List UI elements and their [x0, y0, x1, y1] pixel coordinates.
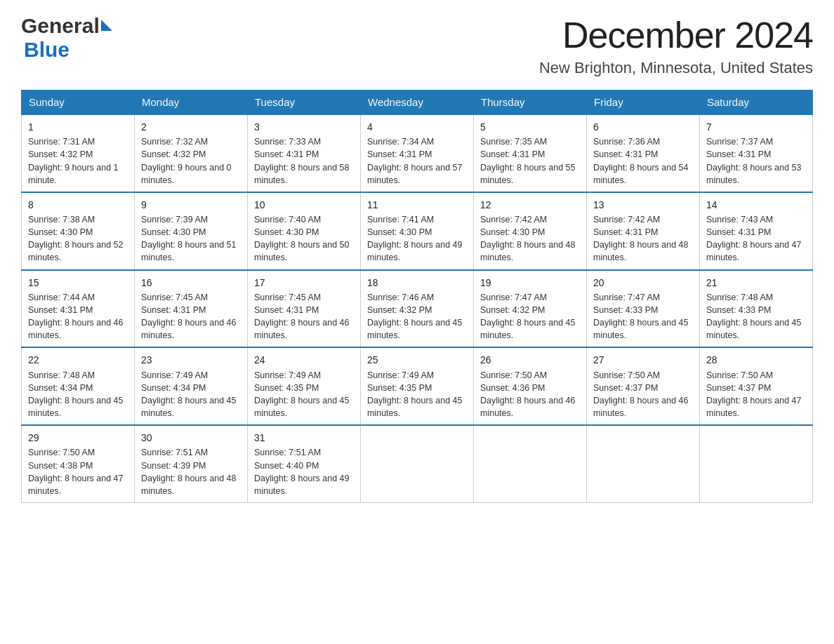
calendar-week-row: 22Sunrise: 7:48 AMSunset: 4:34 PMDayligh… — [22, 347, 813, 425]
day-number: 26 — [480, 353, 580, 367]
calendar-day-cell: 25Sunrise: 7:49 AMSunset: 4:35 PMDayligh… — [361, 347, 474, 425]
calendar-day-cell: 26Sunrise: 7:50 AMSunset: 4:36 PMDayligh… — [474, 347, 587, 425]
calendar-day-cell: 14Sunrise: 7:43 AMSunset: 4:31 PMDayligh… — [700, 192, 813, 270]
day-number: 7 — [706, 120, 806, 134]
day-number: 25 — [367, 353, 467, 367]
calendar-day-cell: 23Sunrise: 7:49 AMSunset: 4:34 PMDayligh… — [135, 347, 248, 425]
day-number: 4 — [367, 120, 467, 134]
day-number: 22 — [28, 353, 128, 367]
calendar-day-cell: 24Sunrise: 7:49 AMSunset: 4:35 PMDayligh… — [248, 347, 361, 425]
calendar-day-cell: 1Sunrise: 7:31 AMSunset: 4:32 PMDaylight… — [22, 114, 135, 192]
calendar-day-cell: 22Sunrise: 7:48 AMSunset: 4:34 PMDayligh… — [22, 347, 135, 425]
calendar-day-cell — [700, 425, 813, 502]
day-number: 5 — [480, 120, 580, 134]
calendar-day-cell: 13Sunrise: 7:42 AMSunset: 4:31 PMDayligh… — [587, 192, 700, 270]
calendar-day-cell: 31Sunrise: 7:51 AMSunset: 4:40 PMDayligh… — [248, 425, 361, 502]
logo-triangle-icon — [101, 20, 112, 31]
day-number: 15 — [28, 276, 128, 290]
day-number: 21 — [706, 276, 806, 290]
day-number: 2 — [141, 120, 241, 134]
day-number: 1 — [28, 120, 128, 134]
calendar-header-row: SundayMondayTuesdayWednesdayThursdayFrid… — [22, 90, 813, 115]
day-number: 19 — [480, 276, 580, 290]
calendar-week-row: 29Sunrise: 7:50 AMSunset: 4:38 PMDayligh… — [22, 425, 813, 502]
calendar-day-cell: 2Sunrise: 7:32 AMSunset: 4:32 PMDaylight… — [135, 114, 248, 192]
page-subtitle: New Brighton, Minnesota, United States — [539, 59, 813, 77]
calendar-day-header: Monday — [135, 90, 248, 115]
day-number: 27 — [593, 353, 693, 367]
calendar-day-cell: 10Sunrise: 7:40 AMSunset: 4:30 PMDayligh… — [248, 192, 361, 270]
calendar-day-cell — [361, 425, 474, 502]
calendar-table: SundayMondayTuesdayWednesdayThursdayFrid… — [21, 90, 813, 503]
calendar-day-header: Tuesday — [248, 90, 361, 115]
calendar-day-cell: 16Sunrise: 7:45 AMSunset: 4:31 PMDayligh… — [135, 270, 248, 348]
calendar-day-cell: 12Sunrise: 7:42 AMSunset: 4:30 PMDayligh… — [474, 192, 587, 270]
day-number: 10 — [254, 198, 354, 212]
calendar-week-row: 1Sunrise: 7:31 AMSunset: 4:32 PMDaylight… — [22, 114, 813, 192]
day-number: 3 — [254, 120, 354, 134]
calendar-day-cell: 7Sunrise: 7:37 AMSunset: 4:31 PMDaylight… — [700, 114, 813, 192]
calendar-day-cell: 28Sunrise: 7:50 AMSunset: 4:37 PMDayligh… — [700, 347, 813, 425]
day-number: 29 — [28, 431, 128, 445]
calendar-day-cell: 20Sunrise: 7:47 AMSunset: 4:33 PMDayligh… — [587, 270, 700, 348]
calendar-day-cell: 15Sunrise: 7:44 AMSunset: 4:31 PMDayligh… — [22, 270, 135, 348]
calendar-day-cell: 17Sunrise: 7:45 AMSunset: 4:31 PMDayligh… — [248, 270, 361, 348]
calendar-day-header: Thursday — [474, 90, 587, 115]
calendar-week-row: 15Sunrise: 7:44 AMSunset: 4:31 PMDayligh… — [22, 270, 813, 348]
calendar-day-cell — [474, 425, 587, 502]
calendar-day-header: Friday — [587, 90, 700, 115]
day-number: 11 — [367, 198, 467, 212]
day-number: 13 — [593, 198, 693, 212]
day-number: 31 — [254, 431, 354, 445]
logo-general-text: General — [21, 14, 100, 38]
calendar-day-cell: 4Sunrise: 7:34 AMSunset: 4:31 PMDaylight… — [361, 114, 474, 192]
day-number: 23 — [141, 353, 241, 367]
day-number: 24 — [254, 353, 354, 367]
calendar-day-header: Wednesday — [361, 90, 474, 115]
page-title: December 2024 — [539, 14, 813, 56]
calendar-day-header: Sunday — [22, 90, 135, 115]
calendar-day-cell: 30Sunrise: 7:51 AMSunset: 4:39 PMDayligh… — [135, 425, 248, 502]
calendar-day-cell: 19Sunrise: 7:47 AMSunset: 4:32 PMDayligh… — [474, 270, 587, 348]
calendar-day-cell: 3Sunrise: 7:33 AMSunset: 4:31 PMDaylight… — [248, 114, 361, 192]
day-number: 12 — [480, 198, 580, 212]
calendar-day-cell: 5Sunrise: 7:35 AMSunset: 4:31 PMDaylight… — [474, 114, 587, 192]
day-number: 6 — [593, 120, 693, 134]
logo-blue-text: Blue — [24, 38, 70, 61]
day-number: 28 — [706, 353, 806, 367]
calendar-day-cell: 21Sunrise: 7:48 AMSunset: 4:33 PMDayligh… — [700, 270, 813, 348]
day-number: 14 — [706, 198, 806, 212]
day-number: 8 — [28, 198, 128, 212]
day-number: 18 — [367, 276, 467, 290]
calendar-day-header: Saturday — [700, 90, 813, 115]
logo: General Blue — [21, 14, 112, 62]
day-number: 20 — [593, 276, 693, 290]
page-header: General Blue December 2024 New Brighton,… — [21, 14, 813, 77]
calendar-day-cell: 9Sunrise: 7:39 AMSunset: 4:30 PMDaylight… — [135, 192, 248, 270]
calendar-day-cell: 29Sunrise: 7:50 AMSunset: 4:38 PMDayligh… — [22, 425, 135, 502]
calendar-day-cell: 27Sunrise: 7:50 AMSunset: 4:37 PMDayligh… — [587, 347, 700, 425]
calendar-day-cell — [587, 425, 700, 502]
calendar-day-cell: 8Sunrise: 7:38 AMSunset: 4:30 PMDaylight… — [22, 192, 135, 270]
calendar-day-cell: 6Sunrise: 7:36 AMSunset: 4:31 PMDaylight… — [587, 114, 700, 192]
day-number: 9 — [141, 198, 241, 212]
day-number: 16 — [141, 276, 241, 290]
title-block: December 2024 New Brighton, Minnesota, U… — [539, 14, 813, 77]
day-number: 30 — [141, 431, 241, 445]
calendar-day-cell: 11Sunrise: 7:41 AMSunset: 4:30 PMDayligh… — [361, 192, 474, 270]
calendar-week-row: 8Sunrise: 7:38 AMSunset: 4:30 PMDaylight… — [22, 192, 813, 270]
day-number: 17 — [254, 276, 354, 290]
calendar-day-cell: 18Sunrise: 7:46 AMSunset: 4:32 PMDayligh… — [361, 270, 474, 348]
